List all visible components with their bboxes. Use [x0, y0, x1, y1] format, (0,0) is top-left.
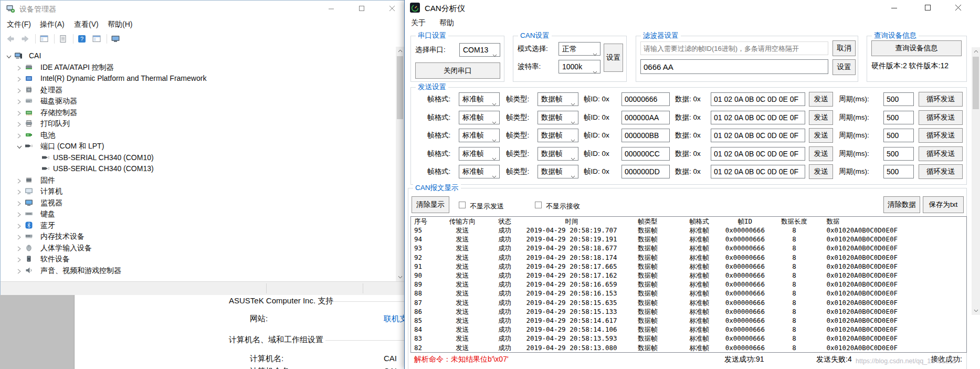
- send-button[interactable]: 发送: [809, 164, 833, 179]
- frame-type-select[interactable]: 数据帧: [538, 111, 578, 124]
- tree-item[interactable]: 人体学输入设备: [1, 243, 396, 254]
- menu-action[interactable]: 操作(A): [40, 20, 65, 29]
- clear-data-button[interactable]: 清除数据: [883, 196, 920, 213]
- period-input[interactable]: [883, 147, 914, 161]
- chevron-collapsed-icon[interactable]: [16, 256, 23, 262]
- tree-item[interactable]: 计算机: [1, 186, 396, 197]
- chevron-expanded-icon[interactable]: [16, 143, 23, 149]
- chevron-collapsed-icon[interactable]: [16, 210, 23, 217]
- tree-item[interactable]: 监视器: [1, 198, 396, 208]
- menu-help[interactable]: 帮助: [439, 18, 454, 28]
- serial-port-select[interactable]: COM13: [459, 43, 500, 57]
- filter-id-input[interactable]: [640, 59, 828, 74]
- online-support-link[interactable]: 联机支持: [384, 314, 406, 324]
- scan-hardware-icon[interactable]: [111, 34, 120, 44]
- frame-type-select[interactable]: 数据帧: [538, 129, 578, 142]
- message-row[interactable]: 83发送成功2019-04-29 20:58:13.593数据帧标准帧0x000…: [411, 334, 966, 343]
- message-row[interactable]: 87发送成功2019-04-29 20:58:15.635数据帧标准帧0x000…: [411, 299, 966, 308]
- frame-id-input[interactable]: [621, 111, 670, 124]
- menu-about[interactable]: 关于: [411, 18, 426, 28]
- frame-format-select[interactable]: 标准帧: [459, 165, 500, 178]
- tree-item[interactable]: 软件设备: [1, 254, 396, 265]
- menu-file[interactable]: 文件(F): [7, 20, 31, 29]
- chevron-collapsed-icon[interactable]: [16, 199, 23, 206]
- chevron-collapsed-icon[interactable]: [16, 245, 23, 251]
- message-row[interactable]: 84发送成功2019-04-29 20:58:14.106数据帧标准帧0x000…: [411, 325, 966, 334]
- period-input[interactable]: [883, 92, 914, 106]
- tree-item[interactable]: CAI: [1, 51, 396, 61]
- frame-data-input[interactable]: [711, 165, 805, 178]
- tree-item[interactable]: 磁盘驱动器: [1, 96, 396, 107]
- forward-arrow-icon[interactable]: [20, 34, 30, 44]
- maximize-button[interactable]: [916, 0, 940, 16]
- tree-item[interactable]: USB-SERIAL CH340 (COM13): [1, 164, 396, 174]
- message-row[interactable]: 86发送成功2019-04-29 20:58:15.133数据帧标准帧0x000…: [411, 308, 966, 317]
- chevron-collapsed-icon[interactable]: [16, 132, 23, 138]
- console-window-icon[interactable]: [39, 34, 49, 44]
- tree-item[interactable]: 固件: [1, 175, 396, 186]
- frame-format-select[interactable]: 标准帧: [459, 111, 500, 124]
- send-button[interactable]: 发送: [809, 110, 833, 125]
- chevron-collapsed-icon[interactable]: [16, 109, 23, 115]
- scroll-down-icon[interactable]: [396, 273, 404, 281]
- minimize-button[interactable]: [319, 1, 343, 16]
- tree-item[interactable]: IDE ATA/ATAPI 控制器: [1, 62, 396, 73]
- scrollbar-thumb[interactable]: [973, 57, 979, 109]
- frame-type-select[interactable]: 数据帧: [538, 147, 578, 161]
- frame-format-select[interactable]: 标准帧: [459, 92, 500, 106]
- loop-send-button[interactable]: 循环发送: [919, 110, 963, 125]
- filter-cancel-button[interactable]: 取消: [833, 40, 856, 56]
- tree-item[interactable]: 内存技术设备: [1, 231, 396, 242]
- filter-id-hint-input[interactable]: [640, 41, 828, 55]
- menu-view[interactable]: 查看(V): [74, 20, 99, 29]
- tree-item[interactable]: 打印队列: [1, 119, 396, 129]
- close-button[interactable]: [380, 1, 404, 16]
- chevron-collapsed-icon[interactable]: [16, 98, 23, 104]
- loop-send-button[interactable]: 循环发送: [919, 128, 963, 143]
- frame-format-select[interactable]: 标准帧: [459, 147, 500, 161]
- filter-set-button[interactable]: 设置: [833, 59, 856, 75]
- tree-item[interactable]: 端口 (COM 和 LPT): [1, 141, 396, 152]
- menu-help[interactable]: 帮助(H): [108, 20, 132, 29]
- send-button[interactable]: 发送: [809, 128, 833, 143]
- frame-format-select[interactable]: 标准帧: [459, 129, 500, 142]
- tree-item[interactable]: 处理器: [1, 85, 396, 96]
- frame-data-input[interactable]: [711, 92, 805, 106]
- baud-rate-select[interactable]: 1000k: [559, 60, 600, 73]
- chevron-collapsed-icon[interactable]: [16, 75, 23, 81]
- frame-id-input[interactable]: [621, 92, 670, 106]
- save-txt-button[interactable]: 保存为txt: [923, 196, 964, 213]
- frame-id-input[interactable]: [621, 129, 670, 142]
- chevron-collapsed-icon[interactable]: [16, 233, 23, 239]
- message-row[interactable]: 89发送成功2019-04-29 20:58:16.659数据帧标准帧0x000…: [411, 280, 966, 289]
- message-row[interactable]: 82发送成功2019-04-29 20:58:13.080数据帧标准帧0x000…: [411, 344, 966, 353]
- tree-item[interactable]: 存储控制器: [1, 108, 396, 118]
- message-row[interactable]: 91发送成功2019-04-29 20:58:17.665数据帧标准帧0x000…: [411, 262, 966, 271]
- help-icon[interactable]: ?: [77, 34, 87, 44]
- back-arrow-icon[interactable]: [6, 34, 15, 44]
- form-scrollbar[interactable]: [972, 47, 980, 315]
- chevron-collapsed-icon[interactable]: [16, 87, 23, 93]
- loop-send-button[interactable]: 循环发送: [919, 146, 963, 161]
- frame-data-input[interactable]: [711, 147, 805, 161]
- message-row[interactable]: 95发送成功2019-04-29 20:58:19.707数据帧标准帧0x000…: [411, 226, 966, 235]
- chevron-collapsed-icon[interactable]: [16, 222, 23, 228]
- query-device-button[interactable]: 查询设备信息: [871, 40, 962, 56]
- chevron-collapsed-icon[interactable]: [16, 267, 23, 273]
- frame-type-select[interactable]: 数据帧: [538, 165, 578, 178]
- scroll-down-icon[interactable]: [972, 307, 980, 315]
- tree-item[interactable]: 键盘: [1, 209, 396, 219]
- scroll-up-icon[interactable]: [396, 47, 404, 55]
- frame-data-input[interactable]: [711, 129, 805, 142]
- tree-item[interactable]: USB-SERIAL CH340 (COM10): [1, 153, 396, 163]
- tree-item[interactable]: 蓝牙: [1, 220, 396, 231]
- loop-send-button[interactable]: 循环发送: [919, 164, 963, 179]
- loop-send-button[interactable]: 循环发送: [919, 92, 963, 107]
- properties-icon[interactable]: [58, 34, 68, 44]
- clear-display-button[interactable]: 清除显示: [412, 196, 449, 213]
- chevron-collapsed-icon[interactable]: [16, 120, 23, 126]
- scrollbar-thumb[interactable]: [397, 56, 403, 119]
- close-button[interactable]: [946, 0, 971, 16]
- message-row[interactable]: 85发送成功2019-04-29 20:58:14.617数据帧标准帧0x000…: [411, 317, 966, 325]
- period-input[interactable]: [883, 129, 914, 142]
